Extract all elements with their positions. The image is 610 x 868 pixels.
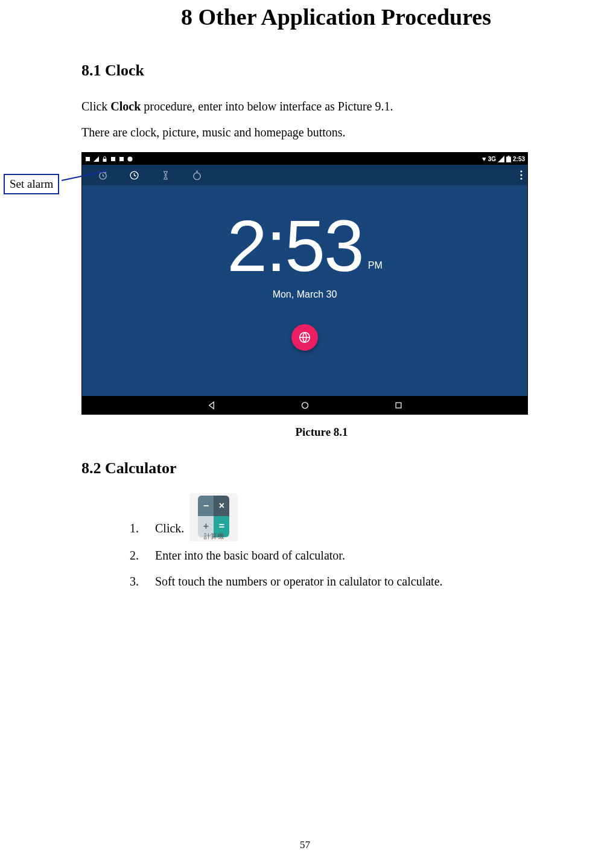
svg-point-16 (302, 402, 308, 408)
step-2: Enter into the basic board of calculator… (142, 543, 562, 569)
svg-rect-4 (119, 157, 124, 161)
page-number: 57 (0, 839, 610, 851)
wifi-icon: ♥ (482, 155, 486, 162)
section-8-2-title: 8.2 Calculator (81, 459, 562, 477)
svg-point-13 (520, 174, 522, 176)
clock-tab[interactable] (118, 165, 150, 185)
status-icon (110, 156, 118, 162)
callout-set-alarm: Set alarm (4, 174, 59, 194)
status-bar: ♥ 3G 2:53 (82, 153, 527, 165)
clock-app-screenshot: ♥ 3G 2:53 (81, 152, 528, 415)
paragraph-1: Click Clock procedure, enter into below … (81, 95, 562, 118)
svg-point-11 (193, 173, 200, 179)
step-3: Soft touch the numbers or operator in ca… (142, 569, 562, 595)
globe-icon (298, 331, 311, 344)
step-text: Click. (155, 522, 184, 535)
status-icon (93, 156, 101, 162)
clock-time: 2:53 (227, 209, 363, 282)
text: procedure, enter into below interface as… (141, 100, 393, 113)
section-8-1-title: 8.1 Clock (81, 62, 562, 80)
timer-tab[interactable] (150, 165, 181, 185)
back-button[interactable] (207, 401, 216, 410)
svg-rect-3 (111, 157, 115, 161)
status-icon (84, 156, 92, 162)
figure-8-1: Set alarm (81, 152, 562, 415)
text-bold: Clock (110, 100, 141, 113)
text: Click (81, 100, 110, 113)
clock-ampm: PM (368, 260, 383, 271)
svg-rect-8 (507, 156, 509, 157)
status-icon (118, 156, 126, 162)
stopwatch-tab[interactable] (181, 165, 212, 185)
step-1: Click. − × + = 計算機 (142, 493, 562, 541)
calculator-app-icon: − × + = 計算機 (189, 493, 238, 541)
signal-icon (498, 156, 504, 162)
svg-rect-17 (396, 403, 401, 408)
clock-tabs (82, 165, 527, 185)
battery-icon (506, 156, 511, 162)
lock-icon (101, 156, 109, 162)
svg-point-5 (128, 156, 133, 161)
svg-point-14 (520, 177, 522, 179)
svg-marker-6 (498, 156, 504, 162)
calculator-steps: Click. − × + = 計算機 Enter into the basic … (142, 493, 562, 595)
home-button[interactable] (300, 401, 310, 410)
status-left-icons (84, 156, 135, 162)
calculator-icon-label: 計算機 (189, 529, 238, 541)
figure-caption-8-1: Picture 8.1 (81, 426, 562, 439)
nav-bar (82, 396, 527, 414)
calc-times-icon: × (214, 496, 229, 516)
overflow-menu-icon[interactable] (520, 170, 523, 180)
clock-main: 2:53 PM Mon, March 30 (82, 209, 527, 300)
status-right: ♥ 3G 2:53 (482, 155, 525, 162)
status-time: 2:53 (513, 156, 525, 162)
paragraph-2: There are clock, picture, music and home… (81, 121, 562, 144)
status-icon (127, 156, 135, 162)
svg-rect-0 (86, 157, 90, 161)
svg-point-12 (520, 170, 522, 172)
svg-rect-7 (506, 156, 511, 162)
network-label: 3G (488, 156, 496, 162)
svg-marker-1 (94, 156, 99, 162)
recent-button[interactable] (394, 401, 403, 410)
svg-rect-2 (103, 159, 107, 162)
calc-minus-icon: − (198, 496, 214, 516)
chapter-title: 8 Other Application Procedures (110, 4, 562, 30)
globe-fab[interactable] (291, 324, 318, 351)
clock-date: Mon, March 30 (82, 289, 527, 300)
alarm-tab[interactable] (87, 165, 118, 185)
